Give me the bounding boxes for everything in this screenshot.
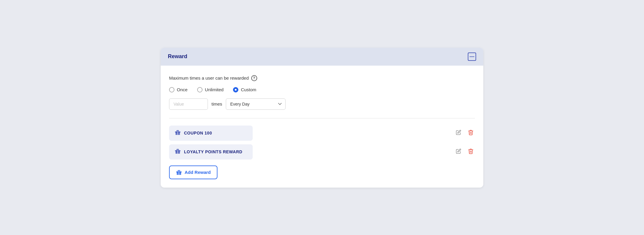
help-icon[interactable]: ? [251,75,257,81]
card-title: Reward [168,53,187,60]
radio-unlimited[interactable]: Unlimited [197,87,224,92]
radio-custom-input[interactable] [233,87,238,92]
max-times-label: Maximum times a user can be rewarded ? [169,75,475,81]
coupon100-delete-button[interactable] [467,128,475,138]
reward-list: COUPON 100 [169,126,475,160]
section-divider [169,118,475,118]
radio-unlimited-label: Unlimited [205,87,224,92]
radio-custom[interactable]: Custom [233,87,256,92]
coupon100-actions [455,128,475,138]
radio-once[interactable]: Once [169,87,188,92]
loyalty-edit-button[interactable] [455,147,462,156]
frequency-dropdown[interactable]: Every Day Every Week Every Month Every Y… [226,98,286,110]
radio-unlimited-input[interactable] [197,87,203,92]
loyalty-badge: LOYALTY POINTS REWARD [169,144,253,160]
radio-group: Once Unlimited Custom [169,87,475,92]
times-label: times [211,101,222,106]
coupon100-gift-icon [174,129,181,137]
custom-value-row: times Every Day Every Week Every Month E… [169,98,475,110]
reward-item-coupon100: COUPON 100 [169,126,475,141]
max-times-text: Maximum times a user can be rewarded [169,75,249,81]
card-body: Maximum times a user can be rewarded ? O… [161,66,483,188]
loyalty-delete-button[interactable] [467,147,475,157]
add-reward-label: Add Reward [185,170,211,175]
coupon100-name: COUPON 100 [184,131,212,135]
add-reward-button[interactable]: Add Reward [169,166,217,179]
add-reward-gift-icon [176,169,182,176]
radio-once-input[interactable] [169,87,174,92]
radio-custom-label: Custom [241,87,256,92]
loyalty-actions [455,147,475,157]
radio-once-label: Once [177,87,188,92]
coupon100-badge: COUPON 100 [169,126,253,141]
reward-card: Reward — Maximum times a user can be rew… [161,48,483,188]
card-header: Reward — [161,48,483,66]
loyalty-gift-icon [174,148,181,156]
reward-item-loyalty: LOYALTY POINTS REWARD [169,144,475,160]
coupon100-edit-button[interactable] [455,129,462,137]
minimize-button[interactable]: — [468,52,476,61]
value-input[interactable] [169,98,208,110]
loyalty-name: LOYALTY POINTS REWARD [184,149,242,154]
